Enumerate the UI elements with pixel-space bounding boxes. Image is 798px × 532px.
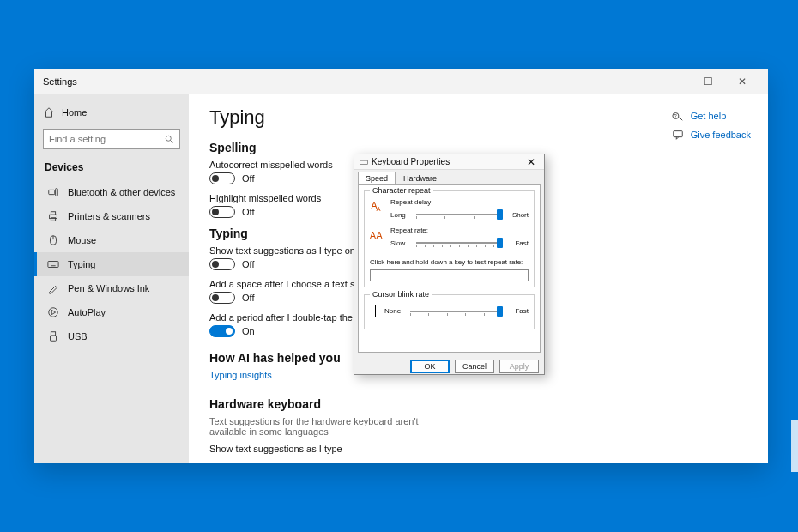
autoplay-icon <box>47 306 59 318</box>
keyboard-dialog-icon <box>360 158 368 166</box>
give-feedback-link[interactable]: Give feedback <box>672 129 751 141</box>
sidebar-item-label: Bluetooth & other devices <box>68 187 175 197</box>
period-state: On <box>242 326 255 336</box>
hardware-heading: Hardware keyboard <box>209 397 747 411</box>
sidebar-item-label: Printers & scanners <box>68 211 150 221</box>
dialog-close-button[interactable]: ✕ <box>523 156 539 168</box>
svg-line-1 <box>171 141 173 143</box>
suggestions-state: Off <box>242 259 254 269</box>
sidebar-item-bluetooth[interactable]: Bluetooth & other devices <box>34 180 189 204</box>
spelling-heading: Spelling <box>209 141 747 154</box>
blink-heading: Cursor blink rate <box>370 290 432 299</box>
hardware-subtext: Text suggestions for the hardware keyboa… <box>209 416 450 437</box>
char-repeat-heading: Character repeat <box>370 186 433 195</box>
sidebar-item-label: Pen & Windows Ink <box>68 283 149 293</box>
highlight-state: Off <box>242 207 254 217</box>
sidebar-item-pen[interactable]: Pen & Windows Ink <box>34 276 189 300</box>
svg-rect-15 <box>51 332 55 336</box>
cursor-demo <box>375 305 376 317</box>
svg-text:A: A <box>377 230 383 240</box>
hw-suggestions-label: Show text suggestions as I type <box>209 444 747 454</box>
blink-none: None <box>384 307 407 315</box>
repeat-rate-icon: AA <box>370 227 385 242</box>
desktop-edge-highlight <box>791 420 798 472</box>
tab-hardware[interactable]: Hardware <box>396 172 444 184</box>
sidebar-item-printers[interactable]: Printers & scanners <box>34 204 189 228</box>
delay-long: Long <box>390 211 413 219</box>
maximize-button[interactable]: ☐ <box>691 76 725 88</box>
right-rail: ? Get help Give feedback <box>672 110 751 148</box>
page-title: Typing <box>209 106 747 129</box>
help-icon: ? <box>672 110 684 122</box>
svg-rect-20 <box>360 160 368 164</box>
svg-point-14 <box>49 308 58 317</box>
keyboard-icon <box>47 258 59 270</box>
svg-rect-16 <box>51 336 57 341</box>
sidebar-item-autoplay[interactable]: AutoPlay <box>34 300 189 324</box>
search-placeholder: Find a setting <box>49 134 164 144</box>
delay-short: Short <box>506 211 529 219</box>
space-state: Off <box>242 293 254 303</box>
test-label: Click here and hold down a key to test r… <box>370 258 529 266</box>
keyboard-properties-dialog: Keyboard Properties ✕ Speed Hardware Cha… <box>354 154 545 375</box>
repeat-delay-icon: AA <box>370 198 385 214</box>
search-icon <box>164 134 174 144</box>
suggestions-toggle[interactable]: Off <box>209 258 254 270</box>
sidebar-item-label: Mouse <box>68 235 96 245</box>
close-button[interactable]: ✕ <box>725 76 759 88</box>
autocorrect-state: Off <box>242 173 254 184</box>
minimize-button[interactable]: — <box>656 76 691 88</box>
autocorrect-toggle[interactable]: Off <box>209 172 254 184</box>
svg-rect-19 <box>673 131 682 137</box>
sidebar-item-label: USB <box>68 331 88 342</box>
repeat-test-input[interactable] <box>370 269 529 281</box>
sidebar-item-mouse[interactable]: Mouse <box>34 228 189 252</box>
period-toggle[interactable]: On <box>209 325 255 337</box>
apply-button[interactable]: Apply <box>499 360 539 373</box>
mouse-icon <box>47 234 59 246</box>
cancel-button[interactable]: Cancel <box>455 360 494 373</box>
sidebar-item-usb[interactable]: USB <box>34 324 189 348</box>
titlebar: Settings — ☐ ✕ <box>34 69 768 94</box>
pen-icon <box>47 282 59 294</box>
give-feedback-text: Give feedback <box>691 130 751 140</box>
rate-fast: Fast <box>506 239 529 247</box>
get-help-link[interactable]: ? Get help <box>672 110 751 122</box>
dialog-title: Keyboard Properties <box>372 157 450 166</box>
highlight-toggle[interactable]: Off <box>209 206 254 218</box>
tab-speed[interactable]: Speed <box>358 172 396 184</box>
home-nav[interactable]: Home <box>34 101 189 124</box>
svg-text:?: ? <box>674 113 676 118</box>
repeat-rate-slider[interactable]: Slow Fast <box>390 238 529 248</box>
cursor-blink-group: Cursor blink rate None Fast <box>364 294 535 329</box>
home-icon <box>43 106 55 118</box>
svg-text:A: A <box>377 205 381 213</box>
sidebar-item-typing[interactable]: Typing <box>34 252 189 276</box>
dialog-titlebar[interactable]: Keyboard Properties ✕ <box>354 154 544 170</box>
cursor-blink-slider[interactable]: None Fast <box>370 305 529 317</box>
usb-icon <box>47 330 59 342</box>
printer-icon <box>47 210 59 222</box>
svg-rect-5 <box>51 212 55 215</box>
ok-button[interactable]: OK <box>410 360 450 373</box>
sidebar-item-label: Typing <box>68 259 95 269</box>
rate-slow: Slow <box>390 239 413 247</box>
repeat-delay-slider[interactable]: Long Short <box>390 209 529 220</box>
sidebar-section-label: Devices <box>34 158 189 180</box>
search-input[interactable]: Find a setting <box>43 129 180 149</box>
blink-fast: Fast <box>506 307 529 315</box>
svg-text:A: A <box>370 230 376 240</box>
sidebar: Home Find a setting Devices Bluetooth & … <box>34 94 189 463</box>
space-toggle[interactable]: Off <box>209 292 254 304</box>
sidebar-item-label: AutoPlay <box>68 307 106 317</box>
character-repeat-group: Character repeat AA Repeat delay: Long S… <box>364 190 535 287</box>
repeat-delay-label: Repeat delay: <box>390 198 529 206</box>
bluetooth-icon <box>47 186 59 198</box>
svg-rect-2 <box>49 190 55 194</box>
svg-point-0 <box>166 136 171 141</box>
svg-rect-9 <box>48 262 58 268</box>
repeat-rate-label: Repeat rate: <box>390 227 529 234</box>
home-label: Home <box>62 107 87 118</box>
get-help-text: Get help <box>691 111 727 121</box>
window-title: Settings <box>43 76 77 87</box>
